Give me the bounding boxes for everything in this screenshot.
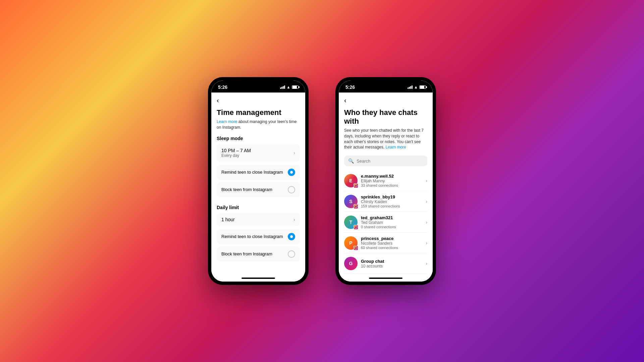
list-item[interactable]: G Group chat 10 accounts › xyxy=(344,253,427,274)
daily-limit-duration[interactable]: 1 hour › xyxy=(217,213,300,226)
list-item[interactable]: T ted_graham321 Ted Graham 0 shared conn… xyxy=(344,212,427,233)
right-page-title: Who they have chats with xyxy=(344,108,427,126)
left-phone: 5:26 ▲ ‹ Time management xyxy=(208,77,309,285)
contact-connections: 60 shared connections xyxy=(361,246,422,250)
contact-username: ted_graham321 xyxy=(361,215,422,220)
left-subtitle: Learn more about managing your teen's ti… xyxy=(217,119,300,130)
wifi-icon: ▲ xyxy=(286,85,290,89)
daily-remind-option[interactable]: Remind teen to close Instagram xyxy=(217,229,300,244)
sleep-block-option[interactable]: Block teen from Instagram xyxy=(217,182,300,197)
right-subtitle: See who your teen chatted with for the l… xyxy=(344,128,427,150)
right-screen-content: ‹ Who they have chats with See who your … xyxy=(339,93,433,282)
contact-realname: Ted Graham xyxy=(361,220,422,225)
contact-username: sprinkles_bby19 xyxy=(361,194,422,199)
right-learn-more-link[interactable]: Learn more xyxy=(385,145,406,149)
right-signal-icon xyxy=(408,85,413,89)
contacts-list: E e.manny.well.52 Ellijah Manny 33 share… xyxy=(344,170,427,275)
sleep-block-radio[interactable] xyxy=(288,186,295,193)
left-status-bar: 5:26 ▲ xyxy=(211,80,305,93)
contact-realname: Ellijah Manny xyxy=(361,179,422,183)
left-back-button[interactable]: ‹ xyxy=(217,97,219,104)
contact-chevron: › xyxy=(426,261,427,266)
avatar: E xyxy=(344,174,358,187)
search-bar[interactable]: 🔍 xyxy=(344,156,427,166)
left-content-area: Time management Learn more about managin… xyxy=(211,106,305,275)
right-wifi-icon: ▲ xyxy=(414,85,418,89)
left-home-indicator xyxy=(211,275,305,282)
contact-username: Group chat xyxy=(361,259,422,264)
sleep-mode-schedule[interactable]: 10 PM – 7 AM Every day › xyxy=(217,144,300,162)
list-item[interactable]: S sprinkles_bby19 Chirsty Kaiden 159 sha… xyxy=(344,191,427,212)
daily-block-radio[interactable] xyxy=(288,250,295,258)
sleep-mode-heading: Sleep mode xyxy=(217,136,300,141)
contact-connections: 0 shared connections xyxy=(361,225,422,229)
list-item[interactable]: E e.manny.well.52 Ellijah Manny 33 share… xyxy=(344,170,427,191)
daily-remind-radio[interactable] xyxy=(288,233,295,240)
contact-realname: 10 accounts xyxy=(361,264,422,268)
contact-connections: 33 shared connections xyxy=(361,183,422,187)
contact-chevron: › xyxy=(426,178,427,183)
contact-connections: 159 shared connections xyxy=(361,204,422,208)
contact-chevron: › xyxy=(426,240,427,246)
left-learn-more-link[interactable]: Learn more xyxy=(217,119,237,124)
contact-realname: Nicollete Sanders xyxy=(361,241,422,246)
right-battery-icon xyxy=(419,85,426,89)
signal-icon xyxy=(280,85,285,89)
contact-username: princess_peace xyxy=(361,236,422,241)
left-status-time: 5:26 xyxy=(218,84,227,90)
contact-chevron: › xyxy=(426,220,427,225)
sleep-block-label: Block teen from Instagram xyxy=(221,187,272,192)
battery-icon xyxy=(292,85,299,89)
right-home-indicator xyxy=(339,275,433,282)
right-nav-bar: ‹ xyxy=(339,93,433,106)
avatar: T xyxy=(344,216,358,229)
left-nav-bar: ‹ xyxy=(211,93,305,106)
sleep-schedule-freq: Every day xyxy=(221,153,251,158)
instagram-badge-icon xyxy=(354,246,358,250)
avatar: S xyxy=(344,195,358,208)
instagram-badge-icon xyxy=(354,183,358,188)
right-status-time: 5:26 xyxy=(345,84,355,90)
sleep-schedule-chevron: › xyxy=(293,150,295,156)
right-status-bar: 5:26 ▲ xyxy=(339,80,433,93)
daily-limit-heading: Daily limit xyxy=(217,205,300,210)
instagram-badge-icon xyxy=(354,204,358,209)
contact-chevron: › xyxy=(426,199,427,204)
daily-block-label: Block teen from Instagram xyxy=(221,251,272,256)
right-subtitle-text: See who your teen chatted with for the l… xyxy=(344,128,424,149)
list-item[interactable]: P princess_peace Nicollete Sanders 60 sh… xyxy=(344,233,427,253)
search-input[interactable] xyxy=(357,159,423,164)
daily-remind-label: Remind teen to close Instagram xyxy=(221,234,283,239)
right-status-icons: ▲ xyxy=(408,85,426,89)
contact-realname: Chirsty Kaiden xyxy=(361,199,422,204)
left-status-icons: ▲ xyxy=(280,85,299,89)
left-phone-screen: 5:26 ▲ ‹ Time management xyxy=(211,80,305,282)
sleep-remind-radio[interactable] xyxy=(288,169,295,176)
sleep-remind-label: Remind teen to close Instagram xyxy=(221,170,283,175)
sleep-remind-option[interactable]: Remind teen to close Instagram xyxy=(217,165,300,180)
search-icon: 🔍 xyxy=(348,158,354,164)
right-phone-screen: 5:26 ▲ ‹ Who they have c xyxy=(339,80,433,282)
daily-block-option[interactable]: Block teen from Instagram xyxy=(217,246,300,262)
avatar: G xyxy=(344,257,358,270)
left-page-title: Time management xyxy=(217,108,300,117)
left-screen-content: ‹ Time management Learn more about manag… xyxy=(211,93,305,282)
avatar: P xyxy=(344,236,358,250)
right-back-button[interactable]: ‹ xyxy=(344,97,346,104)
sleep-schedule-time: 10 PM – 7 AM xyxy=(221,148,251,153)
contact-username: e.manny.well.52 xyxy=(361,174,422,179)
daily-duration-label: 1 hour xyxy=(221,217,235,222)
right-phone: 5:26 ▲ ‹ Who they have c xyxy=(335,77,436,285)
right-content-area: Who they have chats with See who your te… xyxy=(339,106,433,275)
instagram-badge-icon xyxy=(354,225,358,230)
daily-duration-chevron: › xyxy=(293,217,295,222)
